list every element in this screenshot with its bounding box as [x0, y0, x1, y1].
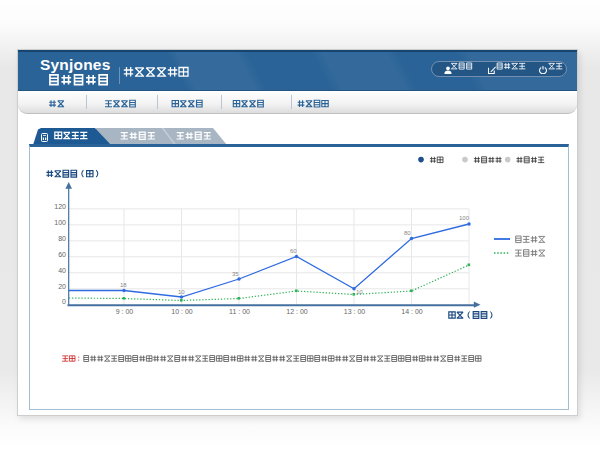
svg-text:10: 10 — [178, 289, 185, 295]
svg-text:80: 80 — [58, 235, 66, 242]
svg-text:100: 100 — [459, 215, 470, 221]
svg-text:14 : 00: 14 : 00 — [401, 308, 423, 315]
svg-text:10: 10 — [356, 289, 363, 295]
svg-text:120: 120 — [54, 203, 66, 210]
svg-text:12 : 00: 12 : 00 — [286, 308, 308, 315]
svg-text:60: 60 — [290, 248, 297, 254]
svg-text:35: 35 — [232, 271, 239, 277]
svg-text:9 : 00: 9 : 00 — [116, 308, 134, 315]
svg-text:18: 18 — [120, 282, 127, 288]
svg-text:40: 40 — [58, 267, 66, 274]
svg-text:10 : 00: 10 : 00 — [171, 308, 193, 315]
svg-text:80: 80 — [404, 230, 411, 236]
svg-text:13 : 00: 13 : 00 — [344, 308, 366, 315]
svg-text:100: 100 — [54, 219, 66, 226]
svg-text:11 : 00: 11 : 00 — [229, 308, 250, 315]
svg-text:20: 20 — [58, 283, 66, 290]
svg-text:0: 0 — [62, 298, 66, 305]
svg-text:60: 60 — [58, 251, 66, 258]
